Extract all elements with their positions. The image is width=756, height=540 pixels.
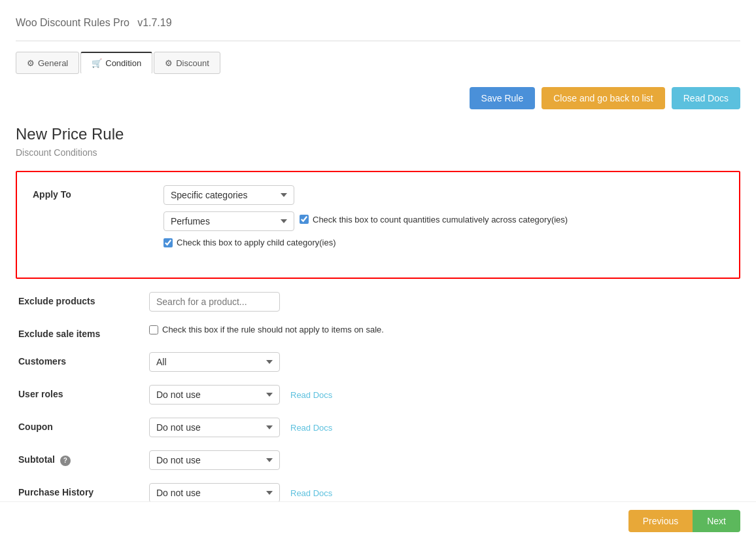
tab-bar: ⚙ General 🛒 Condition ⚙ Discount — [16, 52, 740, 74]
purchase-history-controls: Do not use Read Docs — [149, 483, 738, 503]
customers-select[interactable]: All Specific customers Customer roles — [149, 352, 280, 372]
discount-icon: ⚙ — [165, 58, 173, 68]
customers-controls: All Specific customers Customer roles — [149, 352, 738, 372]
subtotal-row: Subtotal ? Do not use — [16, 450, 740, 470]
apply-to-box: Apply To Specific categories All product… — [16, 171, 740, 279]
pagination-bar: Previous Next — [0, 501, 756, 529]
category-select-row: Perfumes Electronics Clothing Check this… — [163, 211, 723, 231]
exclude-products-row: Exclude products — [16, 292, 740, 312]
subtotal-help-icon[interactable]: ? — [60, 456, 71, 466]
apply-to-controls: Specific categories All products Specifi… — [163, 185, 723, 251]
exclude-sale-check-label: Check this box if the rule should not ap… — [149, 325, 738, 334]
next-button[interactable]: Next — [693, 510, 740, 529]
subtotal-label: Subtotal ? — [18, 450, 149, 466]
previous-button[interactable]: Previous — [628, 510, 693, 529]
subtotal-select[interactable]: Do not use — [149, 450, 280, 470]
exclude-sale-checkbox[interactable] — [149, 325, 158, 334]
apply-to-row: Apply To Specific categories All product… — [30, 185, 726, 251]
subtotal-controls: Do not use — [149, 450, 738, 470]
customers-label: Customers — [18, 352, 149, 367]
user-roles-label: User roles — [18, 385, 149, 399]
app-title: Woo Discount Rules Pro v1.7.19 — [16, 13, 740, 30]
cumulative-checkbox[interactable] — [300, 215, 309, 224]
page-title: New Price Rule — [16, 125, 740, 143]
purchase-history-read-docs-link[interactable]: Read Docs — [290, 488, 332, 498]
condition-icon: 🛒 — [92, 58, 102, 68]
tab-condition[interactable]: 🛒 Condition — [80, 52, 152, 74]
coupon-label: Coupon — [18, 418, 149, 432]
apply-to-select-row: Specific categories All products Specifi… — [163, 185, 723, 205]
coupon-controls: Do not use Read Docs — [149, 418, 738, 437]
purchase-history-label: Purchase History — [18, 483, 149, 497]
read-docs-button[interactable]: Read Docs — [672, 87, 740, 109]
child-category-label: Check this box to apply child category(i… — [177, 238, 336, 247]
user-roles-controls: Do not use Administrator Editor Customer… — [149, 385, 738, 405]
child-category-check-row: Check this box to apply child category(i… — [163, 238, 723, 247]
cumulative-check-label: Check this box to count quantities cumul… — [313, 215, 568, 225]
coupon-row: Coupon Do not use Read Docs — [16, 418, 740, 437]
exclude-products-controls — [149, 292, 738, 312]
exclude-sale-items-row: Exclude sale items Check this box if the… — [16, 325, 740, 339]
coupon-select[interactable]: Do not use — [149, 418, 280, 437]
cumulative-check-row: Check this box to count quantities cumul… — [300, 215, 568, 225]
title-divider — [16, 41, 740, 41]
customers-row: Customers All Specific customers Custome… — [16, 352, 740, 372]
exclude-sale-text: Check this box if the rule should not ap… — [162, 325, 384, 334]
exclude-sale-items-label: Exclude sale items — [18, 325, 149, 339]
purchase-history-select[interactable]: Do not use — [149, 483, 280, 503]
child-category-checkbox[interactable] — [163, 238, 173, 247]
exclude-products-label: Exclude products — [18, 292, 149, 306]
apply-to-select[interactable]: Specific categories All products Specifi… — [163, 185, 294, 205]
user-roles-row: User roles Do not use Administrator Edit… — [16, 385, 740, 405]
close-back-button[interactable]: Close and go back to list — [541, 87, 665, 109]
tab-discount[interactable]: ⚙ Discount — [154, 52, 220, 74]
exclude-products-input[interactable] — [149, 292, 280, 312]
save-rule-button[interactable]: Save Rule — [470, 87, 536, 109]
purchase-history-row: Purchase History Do not use Read Docs — [16, 483, 740, 503]
section-subtitle: Discount Conditions — [16, 147, 740, 158]
category-select[interactable]: Perfumes Electronics Clothing — [163, 211, 294, 231]
user-roles-read-docs-link[interactable]: Read Docs — [290, 390, 332, 400]
exclude-sale-items-controls: Check this box if the rule should not ap… — [149, 325, 738, 334]
tab-general[interactable]: ⚙ General — [16, 52, 79, 74]
general-icon: ⚙ — [27, 58, 35, 68]
coupon-read-docs-link[interactable]: Read Docs — [290, 423, 332, 433]
action-bar: Save Rule Close and go back to list Read… — [16, 87, 740, 109]
apply-to-label: Apply To — [33, 185, 163, 200]
user-roles-select[interactable]: Do not use Administrator Editor Customer — [149, 385, 280, 405]
